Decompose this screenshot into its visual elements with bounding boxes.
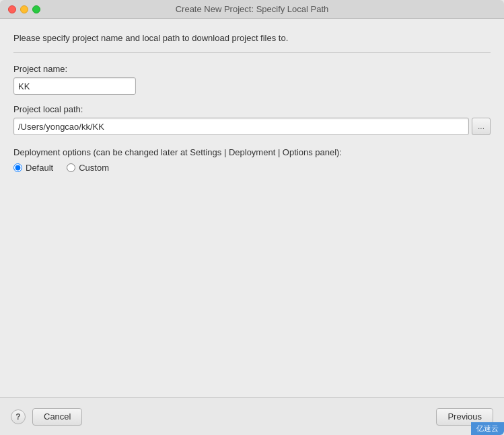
deployment-label: Deployment options (can be changed later… <box>13 147 491 157</box>
radio-option-default: Default <box>13 163 53 173</box>
project-path-row: ... <box>13 118 491 135</box>
project-name-label: Project name: <box>13 64 491 74</box>
content-area: Please specify project name and local pa… <box>0 19 504 397</box>
minimize-button[interactable] <box>20 5 28 13</box>
main-window: Create New Project: Specify Local Path P… <box>0 0 504 435</box>
project-path-label: Project local path: <box>13 104 491 114</box>
radio-default-label[interactable]: Default <box>26 163 53 173</box>
traffic-lights <box>8 5 40 13</box>
radio-default[interactable] <box>13 163 22 172</box>
spacer <box>13 173 491 397</box>
browse-button[interactable]: ... <box>472 118 491 135</box>
maximize-button[interactable] <box>32 5 40 13</box>
description-text: Please specify project name and local pa… <box>13 32 491 44</box>
footer-left: ? Cancel <box>11 408 82 426</box>
window-title: Create New Project: Specify Local Path <box>176 4 329 14</box>
separator <box>13 52 491 53</box>
close-button[interactable] <box>8 5 16 13</box>
radio-custom[interactable] <box>67 163 75 172</box>
project-name-group: Project name: <box>13 64 491 95</box>
title-bar: Create New Project: Specify Local Path <box>0 0 504 19</box>
radio-option-custom: Custom <box>67 163 109 173</box>
watermark: 亿速云 <box>471 422 504 435</box>
project-path-group: Project local path: ... <box>13 104 491 135</box>
deployment-radio-group: Default Custom <box>13 163 491 173</box>
deployment-section: Deployment options (can be changed later… <box>13 147 491 173</box>
project-name-input[interactable] <box>13 77 136 95</box>
radio-custom-label[interactable]: Custom <box>79 163 109 173</box>
project-path-input[interactable] <box>13 118 469 135</box>
footer: ? Cancel Previous 亿速云 <box>0 397 504 435</box>
cancel-button[interactable]: Cancel <box>32 408 82 426</box>
help-button[interactable]: ? <box>11 409 26 424</box>
